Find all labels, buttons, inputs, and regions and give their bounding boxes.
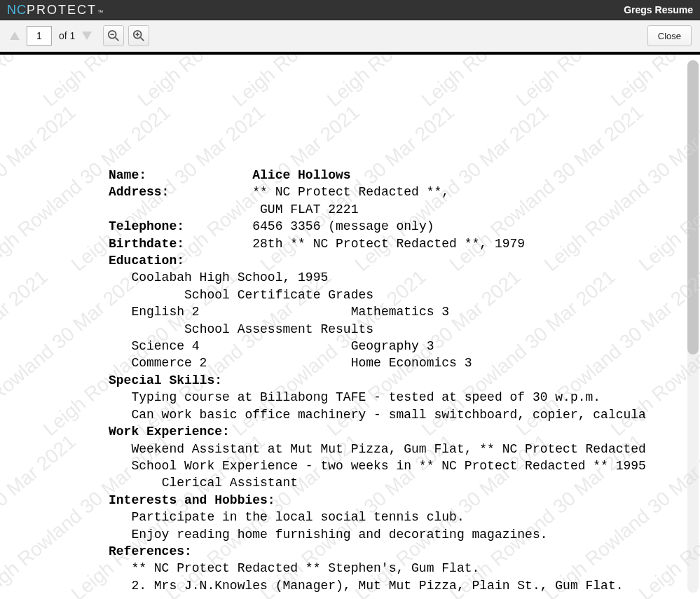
brand-nc: NC [7, 3, 27, 18]
edu-line2: School Certificate Grades [184, 288, 373, 302]
work-line1: Weekend Assistant at Mut Mut Pizza, Gum … [131, 442, 646, 456]
edu-line3b: Mathematics 3 [351, 305, 449, 319]
edu-line3a: English 2 [131, 305, 199, 319]
education-label: Education: [109, 254, 184, 268]
svg-marker-0 [10, 32, 20, 40]
edu-line5b: Geography 3 [351, 339, 434, 353]
edu-line4: School Assessment Results [184, 322, 373, 336]
page-of-label: of 1 [59, 30, 75, 41]
brand-logo: NC PROTECT ™ [7, 3, 103, 18]
zoom-group [103, 25, 149, 46]
prev-page-button[interactable] [8, 29, 21, 42]
svg-marker-1 [82, 32, 92, 40]
toolbar: of 1 Close [0, 20, 700, 52]
close-button-label: Close [658, 31, 681, 41]
birth-label: Birthdate: [109, 237, 184, 251]
edu-line6b: Home Economics 3 [351, 356, 472, 370]
brand-tm: ™ [97, 9, 103, 15]
page-number-input[interactable] [27, 26, 52, 46]
work-line2: School Work Experience - two weeks in **… [131, 459, 646, 473]
zoom-out-icon [107, 29, 120, 42]
skills-line2: Can work basic office machinery - small … [131, 408, 646, 422]
hobbies-label: Interests and Hobbies: [109, 493, 275, 507]
refs-label: References: [109, 544, 192, 558]
document-title: Gregs Resume [624, 4, 693, 15]
close-button[interactable]: Close [647, 25, 692, 46]
birth-value: 28th ** NC Protect Redacted **, 1979 [252, 237, 525, 251]
skills-line1: Typing course at Billabong TAFE - tested… [131, 390, 601, 404]
name-value: Alice Hollows [252, 168, 350, 182]
edu-line5a: Science 4 [131, 339, 199, 353]
address-line1: ** NC Protect Redacted **, [252, 185, 449, 199]
address-line2: GUM FLAT 2221 [260, 202, 358, 216]
phone-value: 6456 3356 (message only) [252, 219, 434, 233]
svg-line-6 [141, 38, 144, 41]
document-content: Name: Alice Hollows Address: ** NC Prote… [0, 55, 700, 599]
brand-protect: PROTECT [27, 3, 97, 18]
zoom-in-button[interactable] [128, 25, 149, 46]
name-label: Name: [109, 168, 146, 182]
svg-line-3 [116, 38, 119, 41]
zoom-in-icon [132, 29, 145, 42]
refs-line1: ** NC Protect Redacted ** Stephen's, Gum… [131, 561, 479, 575]
address-label: Address: [109, 185, 169, 199]
hobbies-line1: Participate in the local social tennis c… [131, 510, 464, 524]
skills-label: Special Skills: [109, 373, 222, 387]
edu-line6a: Commerce 2 [131, 356, 207, 370]
triangle-down-icon [81, 31, 92, 41]
title-bar: NC PROTECT ™ Gregs Resume [0, 0, 700, 20]
zoom-out-button[interactable] [103, 25, 124, 46]
refs-line2: 2. Mrs J.N.Knowles (Manager), Mut Mut Pi… [131, 579, 623, 593]
work-label: Work Experience: [109, 425, 230, 439]
triangle-up-icon [9, 31, 20, 41]
document-viewer: Leigh Rowland 30 Mar 2021Leigh Rowland 3… [0, 55, 700, 599]
edu-line1: Coolabah High School, 1995 [131, 270, 328, 284]
work-line3: Clerical Assistant [162, 476, 298, 490]
next-page-button[interactable] [81, 29, 93, 42]
phone-label: Telephone: [109, 219, 184, 233]
hobbies-line2: Enjoy reading home furnishing and decora… [131, 528, 547, 542]
